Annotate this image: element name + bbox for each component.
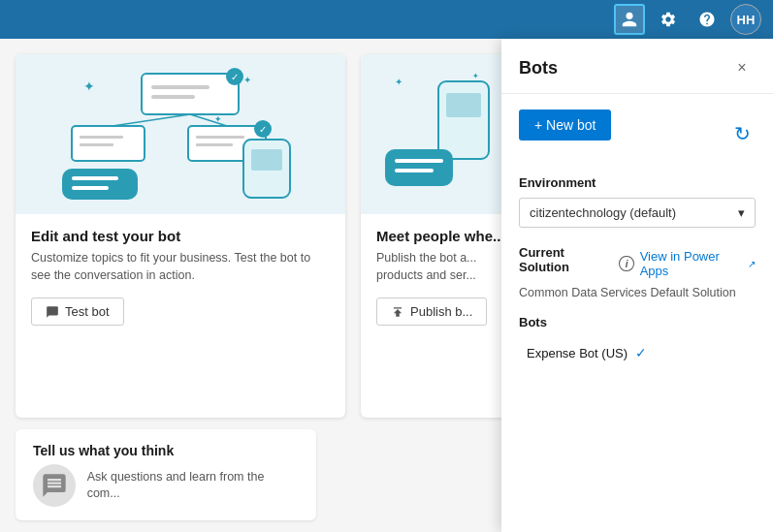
svg-rect-12	[196, 143, 233, 146]
view-in-power-apps-label: View in Power Apps	[640, 249, 745, 278]
svg-rect-4	[151, 95, 195, 99]
svg-text:✦: ✦	[243, 75, 251, 85]
card-desc-2: Publish the bot a... products and ser...	[376, 250, 510, 284]
svg-rect-19	[72, 186, 109, 190]
svg-rect-3	[151, 85, 209, 89]
test-bot-label: Test bot	[65, 304, 110, 319]
view-in-power-apps-link[interactable]: View in Power Apps ↗	[640, 249, 756, 278]
card-body-1: Edit and test your bot Customize topics …	[16, 214, 345, 326]
svg-rect-29	[395, 169, 434, 172]
new-bot-button[interactable]: + New bot	[519, 110, 611, 141]
card-title-1: Edit and test your bot	[31, 228, 330, 244]
environment-value: citizentechnology (default)	[530, 205, 676, 220]
svg-rect-28	[395, 159, 443, 163]
bot-name: Expense Bot (US)	[527, 346, 628, 360]
current-solution-label: Current Solution	[519, 245, 613, 274]
card-desc-1: Customize topics to fit your business. T…	[31, 250, 330, 284]
svg-text:✓: ✓	[259, 124, 267, 135]
panel-title: Bots	[519, 58, 558, 78]
feedback-avatar-icon	[33, 464, 76, 507]
svg-text:✓: ✓	[231, 72, 239, 82]
svg-rect-9	[80, 143, 113, 146]
solution-name: Common Data Services Default Solution	[519, 286, 756, 299]
feedback-title: Tell us what you think	[33, 443, 299, 458]
card-title-2: Meet people whe...	[376, 228, 510, 244]
topbar: HH	[0, 0, 773, 39]
feedback-text: Ask questions and learn from the com...	[87, 469, 299, 503]
close-button[interactable]: ×	[728, 54, 756, 81]
selected-check-icon: ✓	[635, 345, 647, 360]
svg-line-15	[113, 114, 190, 126]
main-content: ✦ ✦ ✓	[0, 39, 773, 532]
svg-rect-2	[142, 74, 239, 114]
card-edit-test: ✦ ✦ ✓	[16, 54, 345, 418]
feedback-row: Ask questions and learn from the com...	[33, 464, 299, 507]
person-icon[interactable]	[614, 4, 645, 35]
feedback-box: Tell us what you think Ask questions and…	[16, 429, 316, 520]
svg-rect-27	[385, 149, 453, 186]
environment-dropdown[interactable]: citizentechnology (default) ▾	[519, 198, 756, 228]
refresh-button[interactable]: ↻	[728, 120, 756, 147]
svg-rect-21	[251, 149, 282, 171]
svg-text:✦: ✦	[214, 114, 222, 124]
svg-rect-17	[62, 169, 138, 200]
card-illustration-1: ✦ ✦ ✓	[16, 54, 345, 214]
svg-text:✦: ✦	[83, 78, 95, 94]
panel-body: + New bot ↻ Environment citizentechnolog…	[501, 94, 773, 532]
svg-rect-8	[80, 136, 123, 139]
publish-button[interactable]: Publish b...	[376, 297, 487, 326]
svg-rect-26	[446, 93, 481, 117]
current-solution-row: Current Solution i View in Power Apps ↗	[519, 245, 756, 282]
bots-section-label: Bots	[519, 315, 756, 329]
external-link-icon: ↗	[748, 259, 756, 269]
settings-icon[interactable]	[653, 4, 684, 35]
publish-label: Publish b...	[410, 304, 472, 319]
svg-text:✦: ✦	[472, 72, 479, 80]
chevron-down-icon: ▾	[738, 205, 745, 220]
bot-item-expense[interactable]: Expense Bot (US) ✓	[519, 339, 756, 366]
svg-rect-18	[72, 176, 118, 180]
svg-text:✦: ✦	[395, 77, 403, 87]
bots-panel: Bots × + New bot ↻ Environment citizente…	[501, 39, 773, 532]
test-bot-button[interactable]: Test bot	[31, 297, 124, 326]
environment-label: Environment	[519, 175, 756, 190]
info-icon: i	[619, 256, 633, 271]
svg-rect-11	[196, 136, 244, 139]
user-avatar[interactable]: HH	[730, 4, 761, 35]
help-icon[interactable]	[692, 4, 723, 35]
panel-header: Bots ×	[501, 39, 773, 94]
